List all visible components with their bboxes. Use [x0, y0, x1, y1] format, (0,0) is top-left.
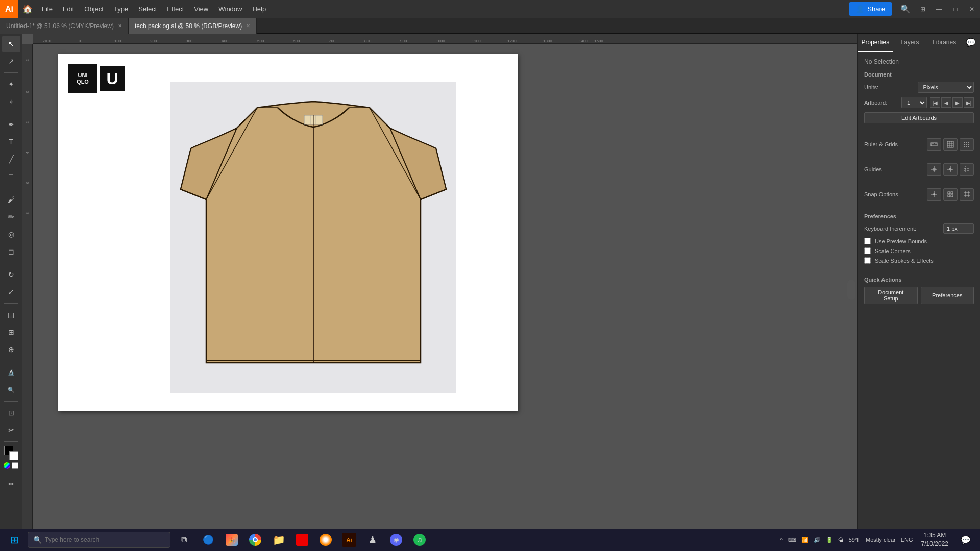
blob-brush-tool[interactable]: ◎: [2, 226, 20, 242]
keyboard-icon[interactable]: ⌨: [786, 537, 798, 543]
minimize-button[interactable]: —: [931, 1, 947, 17]
taskbar-clock[interactable]: 1:35 AM 7/10/2022: [917, 531, 952, 548]
scale-strokes-effects-checkbox[interactable]: [864, 257, 871, 264]
dots-grid-icon-btn[interactable]: [960, 138, 974, 151]
eyedropper-tool[interactable]: 🔬: [2, 364, 20, 381]
grid-icon-btn[interactable]: [943, 138, 958, 151]
menu-help[interactable]: Help: [247, 0, 271, 18]
artboard-next[interactable]: ▶: [952, 97, 963, 108]
taskbar-search-input[interactable]: [45, 536, 165, 543]
lasso-tool[interactable]: ⌖: [2, 93, 20, 110]
menu-window[interactable]: Window: [213, 0, 247, 18]
snap-point-icon-btn[interactable]: [927, 188, 941, 201]
start-button[interactable]: ⊞: [3, 529, 26, 551]
use-preview-bounds-checkbox[interactable]: [864, 238, 871, 244]
none-icon[interactable]: [12, 462, 18, 469]
menu-select[interactable]: Select: [133, 0, 162, 18]
more-tools[interactable]: •••: [2, 475, 20, 492]
canvas-viewport[interactable]: UNI QLO U: [33, 44, 857, 536]
chrome-icon[interactable]: [244, 529, 266, 551]
tab-layers[interactable]: Layers: [893, 34, 927, 52]
color-icon[interactable]: [4, 462, 10, 469]
orange-app-icon[interactable]: [314, 529, 337, 551]
menu-view[interactable]: View: [189, 0, 213, 18]
zoom-tool[interactable]: 🔍: [2, 382, 20, 398]
units-select[interactable]: Pixels: [918, 82, 974, 93]
spotify-icon[interactable]: ♫: [408, 529, 431, 551]
keyboard-increment-input[interactable]: [943, 223, 974, 234]
snap-pixel-icon-btn[interactable]: [960, 188, 974, 201]
notifications-button[interactable]: 💬: [954, 529, 977, 551]
direct-selection-tool[interactable]: ↗: [2, 53, 20, 69]
cortana-icon[interactable]: 🔵: [197, 529, 219, 551]
maximize-button[interactable]: □: [947, 1, 964, 17]
share-button[interactable]: 👤 Share: [849, 2, 892, 16]
preferences-button[interactable]: Preferences: [921, 287, 974, 304]
tab-1[interactable]: Untitled-1* @ 51.06 % (CMYK/Preview) ✕: [0, 18, 129, 34]
document-setup-button[interactable]: Document Setup: [864, 287, 918, 304]
type-tool[interactable]: T: [2, 134, 20, 150]
red-app-icon[interactable]: [291, 529, 313, 551]
use-preview-bounds-label[interactable]: Use Preview Bounds: [875, 238, 927, 244]
gradient-tool[interactable]: ▤: [2, 307, 20, 323]
close-button[interactable]: ✕: [964, 1, 980, 17]
task-view-button[interactable]: ⧉: [173, 529, 195, 551]
artboard-prev[interactable]: ◀: [941, 97, 951, 108]
tab-1-close[interactable]: ✕: [118, 23, 122, 29]
tab-2[interactable]: tech pack og.ai @ 50 % (RGB/Preview) ✕: [129, 18, 257, 34]
tab-libraries[interactable]: Libraries: [927, 34, 962, 52]
fill-stroke-colors[interactable]: [4, 446, 18, 460]
menu-file[interactable]: File: [37, 0, 58, 18]
scale-tool[interactable]: ⤢: [2, 284, 20, 300]
guide-clear-icon-btn[interactable]: [943, 163, 958, 176]
battery-icon[interactable]: 🔋: [824, 537, 835, 543]
scale-corners-checkbox[interactable]: [864, 247, 871, 254]
shape-tool[interactable]: □: [2, 168, 20, 185]
ruler-icon-btn[interactable]: [927, 138, 941, 151]
edit-artboards-button[interactable]: Edit Artboards: [864, 112, 974, 123]
discord-icon[interactable]: ◉: [385, 529, 407, 551]
network-icon[interactable]: 📶: [799, 537, 811, 543]
tile-windows-button[interactable]: ⊞: [915, 1, 931, 17]
artboard-tool[interactable]: ⊡: [2, 405, 20, 421]
file-explorer-icon[interactable]: 📁: [267, 529, 290, 551]
paintbrush-tool[interactable]: 🖌: [2, 191, 20, 208]
eraser-tool[interactable]: ◻: [2, 243, 20, 260]
artboard-prev-first[interactable]: |◀: [930, 97, 940, 108]
artboard-next-last[interactable]: ▶|: [964, 97, 974, 108]
scale-strokes-effects-label[interactable]: Scale Strokes & Effects: [875, 258, 934, 264]
line-tool[interactable]: ╱: [2, 151, 20, 167]
scroll-indicator[interactable]: [847, 280, 855, 300]
home-button[interactable]: 🏠: [18, 0, 37, 18]
snap-grid-icon-btn[interactable]: [943, 188, 958, 201]
menu-edit[interactable]: Edit: [58, 0, 79, 18]
volume-icon[interactable]: 🔊: [812, 537, 823, 543]
tray-up-arrow[interactable]: ^: [778, 537, 785, 543]
blend-tool[interactable]: ⊕: [2, 341, 20, 358]
menu-object[interactable]: Object: [79, 0, 109, 18]
scale-corners-label[interactable]: Scale Corners: [875, 248, 911, 254]
steam-icon[interactable]: ♟: [361, 529, 384, 551]
canvas-area[interactable]: -100 0 100 200 300 400 500 600 700 800 9…: [22, 34, 857, 536]
guide-lock-icon-btn[interactable]: [927, 163, 941, 176]
search-button[interactable]: 🔍: [896, 0, 915, 18]
weather-info[interactable]: 🌤: [836, 537, 846, 543]
magic-wand-tool[interactable]: ✦: [2, 76, 20, 92]
slice-tool[interactable]: ✂: [2, 422, 20, 438]
menu-type[interactable]: Type: [109, 0, 133, 18]
guide-smart-icon-btn[interactable]: [960, 163, 974, 176]
mesh-tool[interactable]: ⊞: [2, 324, 20, 340]
rotate-tool[interactable]: ↻: [2, 266, 20, 283]
artboard-select[interactable]: 1: [901, 97, 927, 108]
taskbar-search-box[interactable]: 🔍: [28, 532, 170, 548]
pen-tool[interactable]: ✒: [2, 116, 20, 133]
pencil-tool[interactable]: ✏: [2, 209, 20, 225]
panel-chat-button[interactable]: 💬: [962, 34, 980, 52]
menu-effect[interactable]: Effect: [162, 0, 189, 18]
widgets-icon[interactable]: 🎉: [220, 529, 243, 551]
tab-properties[interactable]: Properties: [858, 34, 893, 52]
selection-tool[interactable]: ↖: [2, 36, 20, 52]
tab-2-close[interactable]: ✕: [246, 23, 250, 29]
lang-text[interactable]: ENG: [899, 537, 915, 543]
illustrator-icon[interactable]: Ai: [338, 529, 360, 551]
